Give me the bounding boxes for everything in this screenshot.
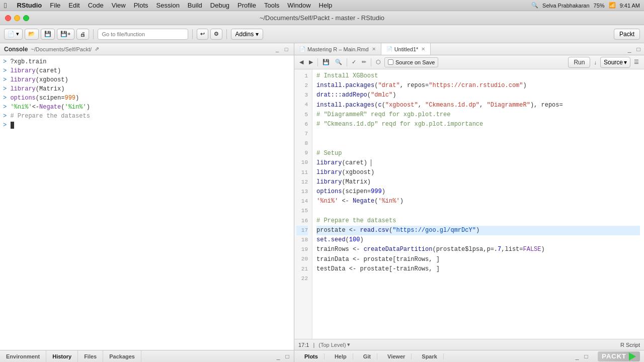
source-chevron-icon: ▾ xyxy=(624,59,627,66)
line-num-5: 5 xyxy=(296,110,308,120)
run-continue-button[interactable]: ↓ xyxy=(592,57,599,67)
tab-main-rmd[interactable]: 📄 Mastering R – Main.Rmd ✕ xyxy=(294,43,381,55)
code-token: 999 xyxy=(371,187,382,197)
nav-back-button[interactable]: ◀ xyxy=(297,57,305,67)
console-header: Console ~/Documents/Self/Packt/ ⇗ _ □ xyxy=(0,43,294,55)
source-button[interactable]: Source ▾ xyxy=(600,57,630,68)
more-options-button[interactable]: ☰ xyxy=(632,57,641,67)
files-tab[interactable]: Files xyxy=(78,350,103,362)
code-menu[interactable]: Code xyxy=(88,2,104,9)
source-on-save-toggle[interactable]: Source on Save xyxy=(384,57,438,67)
check-button[interactable]: ✓ xyxy=(350,57,358,67)
text-cursor xyxy=(371,159,371,166)
plots-tab[interactable]: Plots xyxy=(298,353,325,359)
session-menu[interactable]: Session xyxy=(156,2,180,9)
history-tab[interactable]: History xyxy=(46,350,78,362)
console-tab[interactable]: Console xyxy=(4,46,28,53)
editor-tab-controls: _ □ xyxy=(624,43,644,55)
code-token: ( xyxy=(374,101,378,110)
code-content[interactable]: # Install XGBoost install.packages("drat… xyxy=(312,69,644,339)
line-num-12: 12 xyxy=(296,177,308,187)
packt-logo-text: PACKT xyxy=(602,352,626,360)
undo-button[interactable]: ↩ xyxy=(197,29,208,40)
code-token: read.csv xyxy=(360,226,389,235)
apple-menu[interactable]:  xyxy=(4,1,7,10)
code-editor[interactable]: 1 2 3 4 5 6 7 8 9 10 11 12 13 14 15 16 1… xyxy=(294,69,644,339)
tab-untitled1[interactable]: 📄 Untitled1* ✕ xyxy=(381,43,431,55)
build-menu[interactable]: Build xyxy=(188,2,202,9)
print-button[interactable]: 🖨 xyxy=(76,29,89,40)
save-all-button[interactable]: 💾+ xyxy=(57,29,74,40)
editor-maximize-button[interactable]: □ xyxy=(635,46,642,53)
code-token: ( xyxy=(367,90,371,100)
code-token: options xyxy=(316,187,342,197)
help-tab[interactable]: Help xyxy=(329,353,353,359)
status-level[interactable]: (Top Level) ▾ xyxy=(318,341,350,348)
console-path: ~/Documents/Self/Packt/ xyxy=(31,46,92,52)
minimize-button[interactable] xyxy=(14,15,20,21)
packages-tab[interactable]: Packages xyxy=(103,350,141,362)
save-script-button[interactable]: 💾 xyxy=(320,57,332,67)
plots-menu[interactable]: Plots xyxy=(134,2,148,9)
status-level-chevron: ▾ xyxy=(347,341,350,348)
nav-forward-button[interactable]: ▶ xyxy=(307,57,315,67)
run-button[interactable]: Run xyxy=(568,57,590,68)
close-button[interactable] xyxy=(5,15,11,21)
environment-tab[interactable]: Environment xyxy=(0,350,46,362)
bottom-left-maximize[interactable]: □ xyxy=(284,353,291,360)
prompt: > xyxy=(3,75,10,84)
editor-minimize-button[interactable]: _ xyxy=(626,46,633,53)
profile-menu[interactable]: Profile xyxy=(237,2,256,9)
line-num-11: 11 xyxy=(296,168,308,177)
file-menu[interactable]: File xyxy=(50,2,60,9)
help-menu[interactable]: Help xyxy=(319,2,333,9)
console-body[interactable]: > ?xgb.train > library(caret) > library(… xyxy=(0,55,294,350)
rstudio-menu[interactable]: RStudio xyxy=(17,2,42,9)
tab-main-rmd-close[interactable]: ✕ xyxy=(372,46,376,52)
tab-untitled1-close[interactable]: ✕ xyxy=(421,46,425,52)
edit-menu[interactable]: Edit xyxy=(68,2,79,9)
bottom-right-maximize[interactable]: □ xyxy=(583,353,590,360)
tab-icon: 📄 xyxy=(299,46,305,52)
console-line: > options(scipen=999) xyxy=(3,94,291,103)
line-num-16: 16 xyxy=(296,216,308,226)
debug-menu[interactable]: Debug xyxy=(210,2,229,9)
spark-tab[interactable]: Spark xyxy=(416,353,444,359)
save-file-button[interactable]: 💾 xyxy=(41,29,55,40)
code-line-11: library(xgboost) xyxy=(316,168,640,177)
bottom-right-minimize[interactable]: _ xyxy=(574,353,581,360)
bottom-right-tabs: Plots Help Git Viewer Spark _ □ PACKT xyxy=(294,350,644,362)
code-line-5: # "DiagrammeR" reqd for xgb.plot.tree xyxy=(316,110,640,120)
spotlight-icon[interactable]: 🔍 xyxy=(531,2,538,9)
code-token: # Prepare the datasets xyxy=(316,216,396,226)
knit-button[interactable]: ⬡ xyxy=(374,57,383,67)
prompt: > xyxy=(3,66,10,75)
line-num-18: 18 xyxy=(296,235,308,245)
view-menu[interactable]: View xyxy=(112,2,126,9)
new-file-button[interactable]: 📄 ▾ xyxy=(4,29,23,40)
line-num-7: 7 xyxy=(296,129,308,139)
window-menu[interactable]: Window xyxy=(287,2,310,9)
r-script-indicator: R Script xyxy=(620,342,640,348)
go-to-file-input[interactable] xyxy=(98,29,188,40)
prompt: > xyxy=(3,121,10,130)
find-button[interactable]: 🔍 xyxy=(333,57,344,67)
code-token: (caret) xyxy=(342,158,371,168)
line-num-10: 10 xyxy=(296,158,308,168)
tools-menu[interactable]: Tools xyxy=(264,2,279,9)
code-line-1: # Install XGBoost xyxy=(316,71,640,81)
code-token: # Setup xyxy=(316,149,342,158)
bottom-left-minimize[interactable]: _ xyxy=(275,353,282,360)
options-button[interactable]: ⚙ xyxy=(210,29,222,40)
git-tab[interactable]: Git xyxy=(357,353,377,359)
source-on-save-checkbox[interactable] xyxy=(388,59,393,65)
edit-icon-button[interactable]: ✏ xyxy=(360,57,368,67)
viewer-tab[interactable]: Viewer xyxy=(381,353,412,359)
code-line-15 xyxy=(316,207,640,216)
packt-button[interactable]: Packt xyxy=(614,29,640,40)
open-file-button[interactable]: 📂 xyxy=(25,29,39,40)
addins-button[interactable]: Addins ▾ xyxy=(231,29,264,40)
maximize-button[interactable] xyxy=(23,15,29,21)
console-maximize-button[interactable]: □ xyxy=(283,46,290,53)
console-minimize-button[interactable]: _ xyxy=(274,46,281,53)
